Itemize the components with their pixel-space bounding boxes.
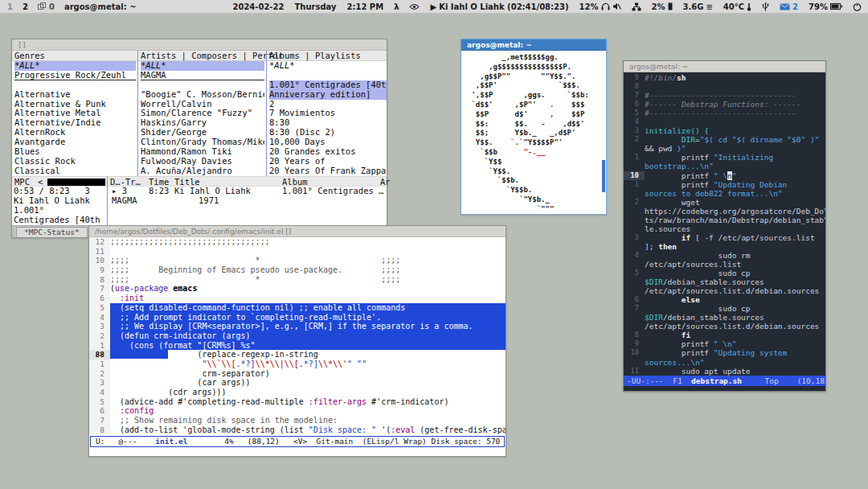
artist-item[interactable]: Fulwood/Ray Davies	[141, 157, 264, 166]
ascii-terminal-titlebar[interactable]: argos@metal: ~	[461, 39, 606, 51]
disk-percent: 2%	[652, 2, 665, 11]
emacs-modeline[interactable]: -UU-:--- F1 debstrap.sh Top (10,18)	[624, 376, 825, 386]
debstrap-editor-body[interactable]: 9#!/bin/sh87#---------------------------…	[624, 72, 825, 391]
line-number	[624, 207, 645, 216]
genre-item[interactable]: *ALL*	[14, 61, 136, 71]
line-number	[624, 277, 645, 286]
line-number	[624, 162, 645, 171]
line-number: 3	[624, 233, 645, 242]
debstrap-terminal-title: argos@metal: ~	[629, 63, 688, 71]
genre-item[interactable]: Alternative/Indie	[14, 118, 136, 128]
text-segment: ;; Show remaining disk space in the mode…	[110, 416, 338, 425]
code-line: 1 "\\`\\[.*?]\\*\\|\\[.*?]\\*\\'" ""	[89, 360, 506, 369]
initel-editor-body[interactable]: 12;;;;;;;;;;;;;;;;;;;;;;;;;;;;;;;;;1110;…	[89, 237, 506, 456]
code-line: /etc/apt/sources.list.d/debian.sources	[624, 286, 825, 295]
ascii-segment: `Y$$	[467, 158, 502, 166]
power-button-icon[interactable]	[853, 2, 862, 11]
genre-item[interactable]: Alternative & Punk	[14, 100, 136, 109]
battery-indicator: 79%	[809, 2, 842, 11]
code-line: 88 (replace-regexp-in-string	[89, 350, 506, 360]
genre-item[interactable]: Blues	[14, 147, 136, 157]
code-line: 4 (cdr args)))	[89, 388, 506, 397]
debstrap-terminal-titlebar[interactable]: argos@metal: ~	[624, 61, 825, 72]
tab-genres[interactable]: Genres	[14, 51, 45, 61]
album-item[interactable]: 20 Grandes exitos	[269, 147, 387, 157]
line-number: 9	[624, 339, 645, 348]
code-text: :config	[110, 406, 506, 416]
ascii-segment: $$P	[554, 110, 584, 118]
text-segment: https://codeberg.org/argosatcore/Deb_Do\	[645, 207, 825, 216]
mpc-window-titlebar[interactable]: []	[12, 39, 387, 51]
workspace-button-1[interactable]: 1	[7, 2, 13, 11]
artist-item[interactable]: A. Acuña/Alejandro	[141, 166, 264, 176]
eye-icon[interactable]	[409, 3, 420, 10]
tab-albums[interactable]: Albums | Playlists	[269, 51, 361, 61]
artist-item[interactable]: Haskins/Garry	[141, 118, 264, 128]
ascii-segment: `$$b	[467, 148, 523, 156]
genre-item[interactable]: AlternRock	[14, 128, 136, 138]
artist-item[interactable]: Hammond/Ramon Tiki	[141, 147, 264, 157]
line-number	[624, 260, 645, 269]
initel-window-titlebar[interactable]: /home/argos/Dotfiles/Deb_Dots/.config/em…	[89, 226, 506, 237]
text-segment: sh	[677, 73, 686, 82]
genre-item[interactable]	[14, 80, 136, 90]
code-line: ]; then	[624, 242, 825, 251]
line-number: 4	[624, 251, 645, 260]
genre-item[interactable]: Progressive Rock/Zeuhl	[14, 71, 136, 80]
song-row[interactable]: MAGMA1971	[12, 196, 387, 206]
text-segment: initialize() {	[645, 126, 709, 135]
text-segment	[645, 233, 682, 242]
mpc-progress-bar[interactable]	[47, 179, 105, 186]
scrollbar-thumb[interactable]	[602, 160, 605, 192]
artist-item[interactable]: *ALL*	[141, 61, 264, 71]
code-text: sources to deb822 format...\n"	[645, 189, 825, 198]
mail-indicator[interactable]: 2	[780, 2, 798, 11]
genre-item[interactable]: Alternative	[14, 90, 136, 100]
tab-artists[interactable]: Artists | Composers | Perfor	[141, 51, 283, 61]
code-text: else	[645, 295, 825, 304]
album-item[interactable]: 1.001° Centigrades [40th	[269, 80, 387, 90]
artist-item[interactable]: MAGMA	[141, 71, 264, 80]
album-item[interactable]: 20 Years of	[269, 157, 387, 166]
workspace-button-2[interactable]: 2	[23, 2, 28, 11]
artists-list[interactable]: *ALL*MAGMA "Boogie" C. Mosson/BernieWorr…	[141, 61, 264, 176]
emacs-modeline[interactable]: U: @--- init.el 4% (88,12) <V> Git-main …	[90, 436, 505, 447]
album-item[interactable]: 20 Years Of Frank Zappa,	[269, 166, 387, 176]
artist-item[interactable]: Simon/Clarence "Fuzzy"	[141, 109, 264, 118]
genre-item[interactable]: Alternative Metal	[14, 109, 136, 118]
ascii-terminal-body[interactable]: _,met$$$$$gg. ,g$$$$$$$$$$$$$$$P. ,g$$P"…	[461, 51, 606, 214]
album-item[interactable]: Anniversary edition]	[269, 90, 387, 100]
ascii-segment: $$: $$.	[467, 120, 541, 128]
artist-item[interactable]: Worrell/Calvin	[141, 100, 264, 109]
album-item[interactable]: 10,000 Days	[269, 138, 387, 147]
album-item[interactable]: 7 Movimientos	[269, 109, 387, 118]
text-segment: :filter-args	[309, 397, 366, 406]
album-item[interactable]	[269, 71, 387, 80]
tab-mpc-status[interactable]: *MPC-Status*	[16, 227, 88, 237]
artist-item[interactable]: Shider/George	[141, 128, 264, 138]
ascii-art-line: `"""	[467, 205, 606, 214]
now-playing[interactable]: ▶ Ki Iahl O Liahk (02:41/08:23)	[430, 2, 568, 11]
album-item[interactable]: 8:30 (Disc 2)	[269, 128, 387, 138]
line-number: 2	[624, 135, 645, 144]
genre-item[interactable]: Classical	[14, 166, 136, 176]
scratchpad-indicator[interactable]: 0	[38, 2, 55, 11]
ascii-art-line: `Y$$.	[467, 167, 606, 177]
albums-list[interactable]: *ALL* 1.001° Centigrades [40thAnniversar…	[269, 61, 387, 176]
artist-item[interactable]: Clinton/Grady Thomas/Mike	[141, 138, 264, 147]
genre-item[interactable]: Avantgarde	[14, 138, 136, 147]
battery-percent: 79%	[809, 2, 828, 11]
headphones-icon	[601, 2, 610, 10]
album-item[interactable]: 2	[269, 100, 387, 109]
artist-item[interactable]	[141, 80, 264, 90]
text-segment: 4% (88,12) <V> Git-main (ELisp/l Wrap) D…	[187, 437, 505, 446]
line-number: 5	[624, 109, 645, 117]
album-item[interactable]: 8:30	[269, 118, 387, 128]
code-line: 11	[89, 247, 506, 257]
album-item[interactable]: *ALL*	[269, 61, 387, 71]
genres-list[interactable]: *ALL*Progressive Rock/Zeuhl AlternativeA…	[14, 61, 136, 176]
code-text: #------ Debstrap Functions: ------	[645, 100, 825, 109]
genre-item[interactable]: Classic Rock	[14, 157, 136, 166]
artist-item[interactable]: "Boogie" C. Mosson/Bernie	[141, 90, 264, 100]
code-text: ;; Add prompt indicator to `completing-r…	[110, 313, 506, 323]
